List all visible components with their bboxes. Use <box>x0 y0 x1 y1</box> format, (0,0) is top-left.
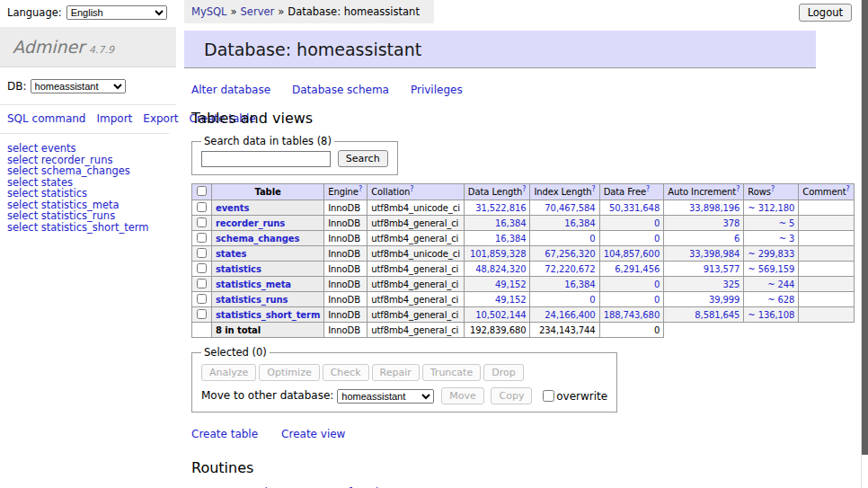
data-free-link[interactable]: 188,743,680 <box>604 310 660 320</box>
auto-increment-link[interactable]: 378 <box>723 218 740 228</box>
table-name-link[interactable]: statistics_runs <box>216 295 288 305</box>
help-icon[interactable]: ? <box>591 185 595 193</box>
alter-database-link[interactable]: Alter database <box>191 84 270 96</box>
col-header-rows: Rows? <box>744 184 799 200</box>
index-length-link[interactable]: 0 <box>589 295 595 305</box>
rows-link[interactable]: ~ 244 <box>767 279 794 289</box>
table-name-link[interactable]: recorder_runs <box>216 218 285 228</box>
auto-increment-link[interactable]: 913,577 <box>704 264 740 274</box>
data-length-link[interactable]: 49,152 <box>495 279 526 289</box>
sidebar-select-link[interactable]: select statistics_short_term <box>7 221 148 234</box>
breadcrumb-mysql-link[interactable]: MySQL <box>191 5 227 18</box>
data-length-link[interactable]: 49,152 <box>495 295 526 305</box>
data-free-link[interactable]: 0 <box>654 279 660 289</box>
row-checkbox[interactable] <box>197 279 207 288</box>
table-name-cell: events <box>212 200 324 216</box>
bulk-action-button[interactable]: Drop <box>483 364 523 381</box>
data-free-link[interactable]: 6,291,456 <box>615 264 660 274</box>
row-checkbox[interactable] <box>197 233 207 243</box>
search-input[interactable] <box>201 151 331 167</box>
search-button[interactable]: Search <box>338 150 388 167</box>
auto-increment-link[interactable]: 33,898,196 <box>689 203 740 213</box>
data-length-link[interactable]: 31,522,816 <box>475 203 526 213</box>
help-icon[interactable]: ? <box>846 185 850 193</box>
copy-button[interactable]: Copy <box>491 387 532 404</box>
bulk-action-button[interactable]: Repair <box>372 364 420 381</box>
table-name-cell: statistics_runs <box>212 292 324 307</box>
table-name-link[interactable]: states <box>216 249 246 259</box>
index-length-link[interactable]: 16,384 <box>564 218 595 228</box>
content: MySQL»Server»Database: homeassistant Dat… <box>184 0 860 488</box>
table-name-link[interactable]: statistics_short_term <box>216 310 320 320</box>
rows-link[interactable]: ~ 628 <box>767 295 794 305</box>
rows-link[interactable]: ~ 136,108 <box>748 310 794 320</box>
data-length-link[interactable]: 16,384 <box>495 218 526 228</box>
database-schema-link[interactable]: Database schema <box>292 84 389 96</box>
rows-link[interactable]: ~ 5 <box>779 218 795 228</box>
row-checkbox[interactable] <box>197 294 207 304</box>
index-length-link[interactable]: 70,467,584 <box>545 203 595 213</box>
bulk-action-button[interactable]: Optimize <box>259 364 319 381</box>
index-length-link[interactable]: 24,166,400 <box>545 310 595 320</box>
language-select[interactable]: English <box>66 5 167 20</box>
table-name-link[interactable]: schema_changes <box>216 234 299 244</box>
rows-link[interactable]: ~ 3 <box>779 234 795 244</box>
logout-button[interactable]: Logout <box>799 4 852 22</box>
bulk-action-button[interactable]: Check <box>323 364 369 381</box>
data-free-link[interactable]: 0 <box>654 295 660 305</box>
create-view-link[interactable]: Create view <box>281 428 345 440</box>
index-length-link[interactable]: 0 <box>589 234 595 244</box>
data-free-link[interactable]: 0 <box>654 234 660 244</box>
breadcrumb-server-link[interactable]: Server <box>241 5 275 18</box>
import-link[interactable]: Import <box>96 112 132 125</box>
data-length-link[interactable]: 10,502,144 <box>475 310 526 320</box>
help-icon[interactable]: ? <box>522 185 526 193</box>
row-checkbox[interactable] <box>197 263 207 273</box>
auto-increment-cell: 378 <box>664 216 744 231</box>
index-length-link[interactable]: 72,220,672 <box>545 264 595 274</box>
bulk-action-button[interactable]: Truncate <box>422 364 481 381</box>
data-free-link[interactable]: 104,857,600 <box>604 249 660 259</box>
data-length-link[interactable]: 48,824,320 <box>475 264 526 274</box>
row-checkbox[interactable] <box>197 309 207 319</box>
scrollbar-thumb[interactable] <box>862 0 868 455</box>
help-icon[interactable]: ? <box>646 185 650 193</box>
auto-increment-link[interactable]: 39,999 <box>709 295 740 305</box>
db-select[interactable]: homeassistant <box>31 79 126 93</box>
table-name-cell: schema_changes <box>212 231 324 246</box>
data-free-link[interactable]: 50,331,648 <box>609 203 660 213</box>
row-checkbox[interactable] <box>197 248 207 258</box>
table-row: states InnoDB utf8mb4_unicode_ci 101,859… <box>192 246 855 262</box>
create-table-link[interactable]: Create table <box>191 428 258 440</box>
auto-increment-link[interactable]: 33,398,984 <box>689 249 740 259</box>
index-length-link[interactable]: 16,384 <box>564 279 595 289</box>
bulk-action-button[interactable]: Analyze <box>201 364 256 381</box>
auto-increment-link[interactable]: 325 <box>723 279 740 289</box>
row-checkbox[interactable] <box>197 217 207 227</box>
help-icon[interactable]: ? <box>736 185 740 193</box>
export-link[interactable]: Export <box>143 112 178 125</box>
index-length-link[interactable]: 67,256,320 <box>545 249 595 259</box>
data-free-link[interactable]: 0 <box>654 218 660 228</box>
rows-link[interactable]: ~ 569,159 <box>748 264 794 274</box>
overwrite-checkbox[interactable] <box>543 390 554 402</box>
rows-link[interactable]: ~ 312,180 <box>748 203 794 213</box>
row-checkbox[interactable] <box>197 202 207 212</box>
help-icon[interactable]: ? <box>359 185 362 193</box>
table-name-link[interactable]: statistics <box>216 264 261 274</box>
rows-link[interactable]: ~ 299,833 <box>748 249 794 259</box>
table-name-link[interactable]: events <box>216 203 249 213</box>
table-name-link[interactable]: statistics_meta <box>216 279 291 289</box>
move-button[interactable]: Move <box>441 387 484 404</box>
data-length-link[interactable]: 101,859,328 <box>470 249 527 259</box>
move-database-select[interactable]: homeassistant <box>337 389 434 404</box>
help-icon[interactable]: ? <box>771 185 775 193</box>
auto-increment-link[interactable]: 6 <box>734 234 740 244</box>
auto-increment-link[interactable]: 8,581,645 <box>695 310 740 320</box>
select-all-checkbox[interactable] <box>197 186 207 196</box>
help-icon[interactable]: ? <box>410 185 413 193</box>
privileges-link[interactable]: Privileges <box>411 84 463 96</box>
data-length-link[interactable]: 16,384 <box>495 234 526 244</box>
sql-command-link[interactable]: SQL command <box>7 112 85 125</box>
index-length-cell: 0 <box>530 231 599 246</box>
